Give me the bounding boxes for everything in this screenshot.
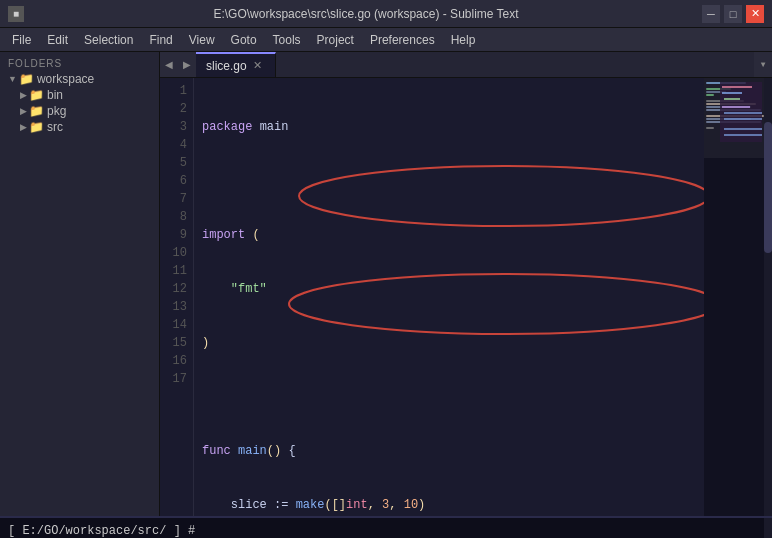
svg-rect-8 xyxy=(724,118,762,120)
menu-help[interactable]: Help xyxy=(443,28,484,51)
menubar: File Edit Selection Find View Goto Tools… xyxy=(0,28,772,52)
folder-arrow-icon-pkg: ▶ xyxy=(20,106,27,116)
terminal-content[interactable]: [ E:/GO/workspace/src/ ] # [ `go run sli… xyxy=(0,518,764,538)
menu-edit[interactable]: Edit xyxy=(39,28,76,51)
titlebar: ■ E:\GO\workspace\src\slice.go (workspac… xyxy=(0,0,772,28)
sidebar: FOLDERS ▼ 📁 workspace ▶ 📁 bin ▶ 📁 pkg ▶ … xyxy=(0,52,160,516)
terminal-scrollbar[interactable] xyxy=(764,518,772,538)
menu-goto[interactable]: Goto xyxy=(223,28,265,51)
tab-close-button[interactable]: ✕ xyxy=(253,59,262,72)
folders-label: FOLDERS xyxy=(0,52,159,71)
tab-bar: ◀ ▶ slice.go ✕ ▾ xyxy=(160,52,772,78)
minimize-button[interactable]: ─ xyxy=(702,5,720,23)
tab-next-button[interactable]: ▶ xyxy=(178,52,196,77)
svg-rect-10 xyxy=(724,134,762,136)
tab-prev-button[interactable]: ◀ xyxy=(160,52,178,77)
sidebar-item-pkg[interactable]: ▶ 📁 pkg xyxy=(0,103,159,119)
folder-arrow-icon: ▼ xyxy=(8,74,17,84)
menu-tools[interactable]: Tools xyxy=(265,28,309,51)
code-line-8: slice := make([]int, 3, 10) xyxy=(202,496,696,514)
code-line-7: func main() { xyxy=(202,442,696,460)
sidebar-item-bin[interactable]: ▶ 📁 bin xyxy=(0,87,159,103)
editor-scrollbar[interactable] xyxy=(764,78,772,516)
close-button[interactable]: ✕ xyxy=(746,5,764,23)
folder-label-bin: bin xyxy=(47,88,63,102)
code-line-5: ) xyxy=(202,334,696,352)
terminal-row: [ E:/GO/workspace/src/ ] # [ `go run sli… xyxy=(0,518,772,538)
menu-view[interactable]: View xyxy=(181,28,223,51)
minimap xyxy=(704,78,764,516)
folder-arrow-icon-src: ▶ xyxy=(20,122,27,132)
folder-label-src: src xyxy=(47,120,63,134)
app-icon: ■ xyxy=(8,6,24,22)
sidebar-item-workspace[interactable]: ▼ 📁 workspace xyxy=(0,71,159,87)
folder-icon-src: 📁 xyxy=(29,120,44,134)
folder-label-pkg: pkg xyxy=(47,104,66,118)
code-line-1: package main xyxy=(202,118,696,136)
menu-project[interactable]: Project xyxy=(309,28,362,51)
minimap-preview xyxy=(720,82,762,142)
svg-rect-7 xyxy=(724,112,762,114)
maximize-button[interactable]: □ xyxy=(724,5,742,23)
menu-selection[interactable]: Selection xyxy=(76,28,141,51)
menu-preferences[interactable]: Preferences xyxy=(362,28,443,51)
folder-icon-workspace: 📁 xyxy=(19,72,34,86)
line-numbers: 1 2 3 4 5 6 7 8 9 10 11 12 13 14 15 16 1… xyxy=(160,78,194,516)
main-area: FOLDERS ▼ 📁 workspace ▶ 📁 bin ▶ 📁 pkg ▶ … xyxy=(0,52,772,516)
tab-slice-go[interactable]: slice.go ✕ xyxy=(196,52,276,77)
window-title: E:\GO\workspace\src\slice.go (workspace)… xyxy=(30,7,702,21)
terminal-area: [ E:/GO/workspace/src/ ] # [ `go run sli… xyxy=(0,516,772,538)
menu-find[interactable]: Find xyxy=(141,28,180,51)
svg-rect-4 xyxy=(722,92,742,94)
svg-rect-5 xyxy=(724,98,740,100)
folder-label-workspace: workspace xyxy=(37,72,94,86)
window-controls: ─ □ ✕ xyxy=(702,5,764,23)
tab-dropdown-button[interactable]: ▾ xyxy=(754,52,772,77)
svg-rect-3 xyxy=(722,86,752,88)
folder-icon-bin: 📁 xyxy=(29,88,44,102)
code-line-2 xyxy=(202,172,696,190)
menu-file[interactable]: File xyxy=(4,28,39,51)
editor-area: ◀ ▶ slice.go ✕ ▾ 1 2 3 4 5 6 7 8 9 10 11 xyxy=(160,52,772,516)
tab-filename: slice.go xyxy=(206,59,247,73)
sidebar-item-src[interactable]: ▶ 📁 src xyxy=(0,119,159,135)
code-line-3: import ( xyxy=(202,226,696,244)
code-editor[interactable]: 1 2 3 4 5 6 7 8 9 10 11 12 13 14 15 16 1… xyxy=(160,78,772,516)
svg-rect-6 xyxy=(722,106,750,108)
folder-icon-pkg: 📁 xyxy=(29,104,44,118)
code-line-4: "fmt" xyxy=(202,280,696,298)
code-content[interactable]: package main import ( "fmt" ) func main(… xyxy=(194,78,704,516)
code-line-6 xyxy=(202,388,696,406)
svg-rect-9 xyxy=(724,128,762,130)
folder-arrow-icon-bin: ▶ xyxy=(20,90,27,100)
